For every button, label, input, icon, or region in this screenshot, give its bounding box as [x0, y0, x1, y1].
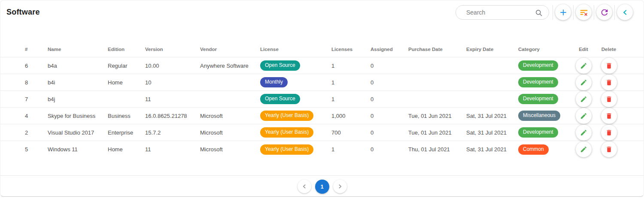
- cell-license: Open Source: [260, 94, 331, 104]
- table-body: 6 b4a Regular 10.00 Anywhere Software Op…: [0, 57, 644, 158]
- edit-button[interactable]: [576, 108, 592, 124]
- divider: [573, 5, 574, 20]
- cell-version: 10.00: [145, 63, 200, 69]
- table-row: 6 b4a Regular 10.00 Anywhere Software Op…: [0, 57, 644, 74]
- cell-expiry-date: Sat, 31 Jul 2021: [466, 146, 518, 153]
- cell-name: Skype for Business: [48, 113, 108, 119]
- column-header-delete[interactable]: Delete: [595, 47, 622, 52]
- cell-licenses: 1,000: [331, 113, 371, 119]
- cell-edit: [571, 125, 595, 141]
- cell-assigned: 0: [371, 146, 408, 153]
- category-badge: Common: [518, 144, 549, 155]
- add-button[interactable]: [555, 4, 571, 20]
- category-badge: Development: [518, 127, 558, 138]
- category-badge: Development: [518, 77, 558, 87]
- column-header-version[interactable]: Version: [145, 47, 200, 52]
- cell-edition: Business: [108, 113, 145, 119]
- trash-icon: [605, 129, 613, 136]
- cell-assigned: 0: [371, 129, 408, 136]
- delete-button[interactable]: [601, 141, 617, 157]
- license-badge: Yearly (User Basis): [260, 111, 313, 121]
- chevron-left-icon: [301, 183, 308, 190]
- page-title: Software: [6, 8, 40, 17]
- refresh-button[interactable]: [596, 4, 612, 20]
- edit-button[interactable]: [576, 125, 592, 141]
- edit-button[interactable]: [576, 75, 592, 90]
- cell-id: 5: [18, 146, 48, 153]
- column-header-id[interactable]: #: [18, 47, 48, 52]
- trash-icon: [605, 96, 613, 103]
- clear-filter-button[interactable]: [576, 4, 592, 20]
- table-row: 7 b4j 11 Open Source 1 0 Development: [0, 91, 644, 108]
- cell-id: 7: [18, 96, 48, 102]
- cell-name: b4i: [48, 79, 108, 86]
- category-badge: Development: [518, 60, 558, 71]
- delete-button[interactable]: [601, 75, 617, 90]
- cell-version: 11: [145, 96, 200, 102]
- column-header-name[interactable]: Name: [48, 47, 108, 52]
- trash-icon: [605, 62, 613, 69]
- cell-purchase-date: Tue, 01 Jun 2021: [408, 129, 466, 136]
- cell-edition: Home: [108, 79, 145, 86]
- table-header-row: #NameEditionVersionVendorLicenseLicenses…: [0, 42, 644, 57]
- pencil-icon: [580, 62, 587, 69]
- pagination-next-button[interactable]: [333, 180, 347, 193]
- pencil-icon: [580, 112, 587, 120]
- cell-edition: Home: [108, 146, 145, 153]
- cell-delete: [595, 108, 622, 124]
- refresh-icon: [600, 8, 609, 17]
- chevron-right-icon: [337, 183, 343, 190]
- cell-edit: [571, 75, 595, 90]
- cell-name: b4a: [48, 63, 108, 69]
- cell-edition: Regular: [108, 63, 145, 69]
- delete-button[interactable]: [601, 58, 617, 74]
- search-input[interactable]: [465, 6, 538, 19]
- cell-category: Development: [518, 94, 571, 104]
- cell-licenses: 1: [331, 96, 371, 102]
- column-header-license[interactable]: License: [260, 47, 331, 52]
- column-header-licenses[interactable]: Licenses: [331, 47, 371, 52]
- cell-vendor: Anywhere Software: [200, 63, 260, 69]
- cell-delete: [595, 141, 622, 157]
- software-table: #NameEditionVersionVendorLicenseLicenses…: [0, 42, 644, 175]
- column-header-assigned[interactable]: Assigned: [371, 47, 408, 52]
- license-badge: Monthly: [260, 77, 288, 87]
- column-header-expiry_date[interactable]: Expiry Date: [466, 47, 518, 52]
- delete-button[interactable]: [601, 108, 617, 124]
- cell-licenses: 1: [331, 63, 371, 69]
- column-header-edit[interactable]: Edit: [571, 47, 595, 52]
- edit-button[interactable]: [576, 141, 592, 157]
- cell-assigned: 0: [371, 96, 408, 102]
- cell-edit: [571, 58, 595, 74]
- edit-button[interactable]: [576, 58, 592, 74]
- table-row: 5 Windows 11 Home 11 Microsoft Yearly (U…: [0, 141, 644, 158]
- column-header-category[interactable]: Category: [518, 47, 571, 52]
- column-header-vendor[interactable]: Vendor: [200, 47, 260, 52]
- trash-icon: [605, 79, 613, 86]
- cell-purchase-date: Tue, 01 Jun 2021: [408, 113, 466, 119]
- pagination-prev-button[interactable]: [298, 180, 311, 193]
- edit-button[interactable]: [576, 91, 592, 107]
- search-icon: [535, 9, 543, 19]
- column-header-edition[interactable]: Edition: [108, 47, 145, 52]
- filter-remove-icon: [579, 8, 589, 17]
- search-box[interactable]: [456, 5, 549, 20]
- cell-license: Open Source: [260, 60, 331, 71]
- trash-icon: [605, 146, 613, 153]
- table-row: 2 Visual Studio 2017 Enterprise 15.7.2 M…: [0, 124, 644, 141]
- category-badge: Development: [518, 94, 558, 104]
- cell-purchase-date: Thu, 01 Jul 2021: [408, 146, 466, 153]
- pagination-current-page[interactable]: 1: [315, 180, 329, 194]
- column-header-purchase_date[interactable]: Purchase Date: [408, 47, 466, 52]
- pencil-icon: [580, 129, 587, 136]
- delete-button[interactable]: [601, 91, 617, 107]
- cell-category: Miscellaneous: [518, 111, 571, 121]
- pagination: 1: [0, 175, 644, 197]
- collapse-button[interactable]: [617, 4, 633, 20]
- software-panel: Software: [0, 0, 644, 197]
- delete-button[interactable]: [601, 125, 617, 141]
- cell-vendor: Microsoft: [200, 113, 260, 119]
- pencil-icon: [580, 79, 587, 86]
- divider: [594, 5, 594, 20]
- divider: [614, 5, 615, 20]
